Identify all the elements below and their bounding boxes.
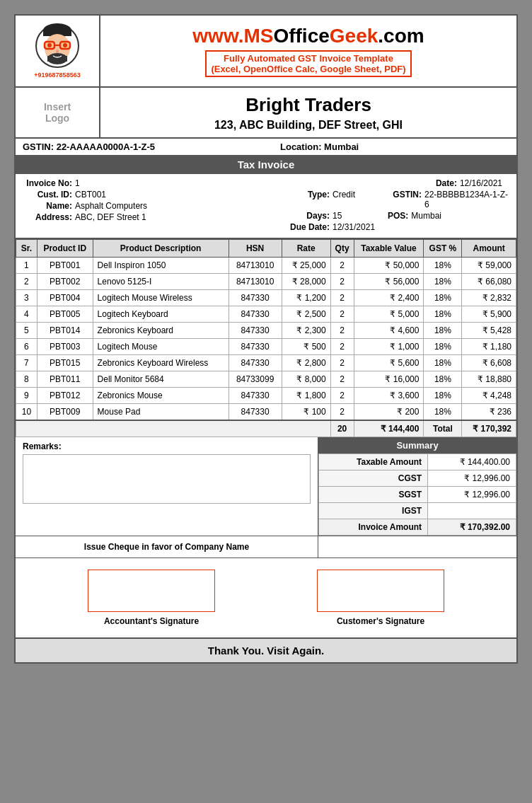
table-row: 6PBT003Logitech Mouse847330₹ 5002₹ 1,000… <box>16 339 516 355</box>
bottom-section: Remarks: Summary Taxable Amount₹ 144,400… <box>16 437 516 536</box>
invoice-number-label: Invoice No: <box>23 178 72 188</box>
accountant-sig-rect <box>88 570 215 612</box>
logo-section: +919687858563 <box>16 16 100 86</box>
summary-label: CGST <box>319 470 428 487</box>
invoice-number-value: 1 <box>75 178 80 188</box>
tax-invoice-label: Tax Invoice <box>16 156 516 174</box>
website-title: www.MSOfficeGeek.com <box>192 25 424 47</box>
summary-row: Invoice Amount₹ 170,392.00 <box>319 519 516 536</box>
company-name: Bright Traders <box>245 94 371 116</box>
cheque-right-spacer <box>318 536 516 558</box>
summary-row: SGST₹ 12,996.00 <box>319 487 516 503</box>
company-section: InsertLogo Bright Traders 123, ABC Build… <box>16 88 516 139</box>
subtitle: Fully Automated GST Invoice Template (Ex… <box>205 50 411 77</box>
gstin-row: GSTIN: 22-AAAAA0000A-1-Z-5 Location: Mum… <box>16 139 516 156</box>
summary-row: CGST₹ 12,996.00 <box>319 470 516 487</box>
table-row: 7PBT015Zebronics Keyboard Wireless847330… <box>16 355 516 371</box>
accountant-signature-box: Accountant's Signature <box>88 570 215 626</box>
date-row: Date: 12/16/2021 <box>280 178 509 188</box>
remarks-box[interactable] <box>23 454 311 504</box>
svg-rect-11 <box>47 56 67 62</box>
col-description: Product Description <box>93 240 229 258</box>
website-com: .com <box>378 25 424 47</box>
customer-sig-rect <box>317 570 444 612</box>
website-geek: Geek <box>330 25 378 47</box>
address-value: ABC, DEF Street 1 <box>75 212 146 222</box>
col-product-id: Product ID <box>37 240 93 258</box>
svg-point-7 <box>47 43 52 47</box>
summary-label: SGST <box>319 487 428 503</box>
summary-value: ₹ 12,996.00 <box>428 487 516 503</box>
address-row: Address: ABC, DEF Street 1 <box>23 212 266 222</box>
gstin-right: Location: Mumbai <box>252 141 509 152</box>
insert-logo-placeholder: InsertLogo <box>16 88 100 137</box>
summary-label: IGST <box>319 503 428 519</box>
totals-row: 20 ₹ 144,400 Total ₹ 170,392 <box>16 420 516 437</box>
cust-id-value: CBT001 <box>75 190 106 200</box>
totals-spacer <box>16 420 331 437</box>
date-value: 12/16/2021 <box>460 178 502 188</box>
summary-value: ₹ 144,400.00 <box>428 454 516 470</box>
pos-value: Mumbai <box>411 211 441 221</box>
invoice-details-left: Invoice No: 1 Cust. ID: CBT001 Name: Asp… <box>23 178 266 233</box>
due-date-row: Due Date: 12/31/2021 <box>280 222 509 232</box>
gstin2-label: GSTIN: <box>372 190 422 209</box>
name-value: Asphalt Computers <box>75 201 147 211</box>
col-hsn: HSN <box>229 240 282 258</box>
subtitle-line1: Fully Automated GST Invoice Template <box>211 53 405 64</box>
cust-id-row: Cust. ID: CBT001 <box>23 190 266 200</box>
summary-title: Summary <box>318 437 516 454</box>
remarks-section: Remarks: <box>16 437 318 536</box>
col-sr: Sr. <box>16 240 37 258</box>
website-office: Office <box>273 25 329 47</box>
cheque-row: Issue Cheque in favor of Company Name <box>16 536 516 558</box>
signature-section: Accountant's Signature Customer's Signat… <box>16 558 516 638</box>
summary-value: ₹ 12,996.00 <box>428 470 516 487</box>
type-value: Credit <box>332 190 355 209</box>
total-taxable: ₹ 144,400 <box>354 420 424 437</box>
date-label: Date: <box>407 178 457 188</box>
items-table: Sr. Product ID Product Description HSN R… <box>16 239 516 437</box>
name-row: Name: Asphalt Computers <box>23 201 266 211</box>
days-value: 15 <box>332 211 342 221</box>
gstin-left: GSTIN: 22-AAAAA0000A-1-Z-5 <box>23 141 252 152</box>
days-label: Days: <box>280 211 330 221</box>
customer-sig-label: Customer's Signature <box>337 616 424 626</box>
table-header-row: Sr. Product ID Product Description HSN R… <box>16 240 516 258</box>
cust-id-label: Cust. ID: <box>23 190 72 200</box>
pos-label: POS: <box>359 211 408 221</box>
summary-row: IGST <box>319 503 516 519</box>
header-title-section: www.MSOfficeGeek.com Fully Automated GST… <box>100 16 516 86</box>
col-taxable-value: Taxable Value <box>354 240 424 258</box>
invoice-details-right: Date: 12/16/2021 Type: Credit GSTIN: 22-… <box>266 178 509 233</box>
company-info: Bright Traders 123, ABC Building, DEF St… <box>100 88 516 137</box>
address-label: Address: <box>23 212 72 222</box>
summary-value <box>428 503 516 519</box>
table-row: 8PBT011Dell Monitor 568484733099₹ 8,0002… <box>16 371 516 388</box>
total-label: Total <box>424 420 462 437</box>
invoice-number-row: Invoice No: 1 <box>23 178 266 188</box>
invoice-document: +919687858563 www.MSOfficeGeek.com Fully… <box>14 14 518 664</box>
svg-point-8 <box>63 43 67 47</box>
table-row: 3PBT004Logitech Mouse Wireless847330₹ 1,… <box>16 290 516 306</box>
summary-section: Summary Taxable Amount₹ 144,400.00CGST₹ … <box>318 437 516 536</box>
summary-table: Taxable Amount₹ 144,400.00CGST₹ 12,996.0… <box>318 454 516 536</box>
table-row: 10PBT009Mouse Pad847330₹ 1002₹ 20018%₹ 2… <box>16 404 516 421</box>
total-amount: ₹ 170,392 <box>462 420 516 437</box>
col-amount: Amount <box>462 240 516 258</box>
thank-you-footer: Thank You. Visit Again. <box>16 638 516 662</box>
col-qty: Qty <box>330 240 354 258</box>
summary-value: ₹ 170,392.00 <box>428 519 516 536</box>
summary-label: Taxable Amount <box>319 454 428 470</box>
summary-row: Taxable Amount₹ 144,400.00 <box>319 454 516 470</box>
logo-face-icon <box>35 23 80 69</box>
website-ms: www.MS <box>192 25 273 47</box>
invoice-details: Invoice No: 1 Cust. ID: CBT001 Name: Asp… <box>16 174 516 239</box>
col-rate: Rate <box>282 240 330 258</box>
due-date-value: 12/31/2021 <box>332 222 375 232</box>
subtitle-line2: (Excel, OpenOffice Calc, Google Sheet, P… <box>211 64 405 74</box>
due-date-label: Due Date: <box>280 222 330 232</box>
phone-number: +919687858563 <box>34 71 80 79</box>
table-row: 9PBT012Zebronics Mouse847330₹ 1,8002₹ 3,… <box>16 388 516 404</box>
table-row: 2PBT002Lenovo 5125-I84713010₹ 28,0002₹ 5… <box>16 274 516 290</box>
